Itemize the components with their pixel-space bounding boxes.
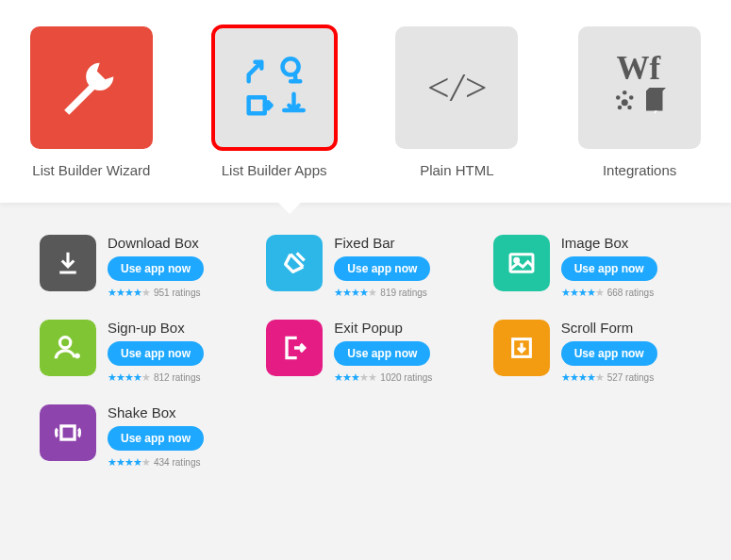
- image-icon: [493, 235, 550, 291]
- tab-label: List Builder Wizard: [32, 162, 150, 178]
- stars-icon: ★★★★★: [108, 287, 150, 299]
- exit-icon: [266, 320, 323, 376]
- tab-label: Plain HTML: [420, 162, 493, 178]
- stars-icon: ★★★★★: [561, 287, 604, 299]
- rating: ★★★★★ 951 ratings: [108, 287, 204, 299]
- svg-text:W: W: [617, 50, 650, 87]
- svg-point-9: [627, 106, 632, 110]
- app-name: Image Box: [561, 235, 657, 251]
- app-name: Scroll Form: [561, 320, 657, 336]
- rating: ★★★★★ 527 ratings: [561, 371, 657, 384]
- rating: ★★★★★ 668 ratings: [561, 287, 657, 299]
- app-shake-box: Shake Box Use app now ★★★★★ 434 ratings: [40, 404, 240, 469]
- tab-label: List Builder Apps: [222, 162, 327, 178]
- rating: ★★★★★ 819 ratings: [334, 287, 430, 299]
- use-app-button[interactable]: Use app now: [561, 341, 657, 366]
- app-name: Exit Popup: [334, 320, 432, 336]
- use-app-button[interactable]: Use app now: [561, 256, 657, 281]
- app-name: Download Box: [108, 235, 204, 251]
- svg-point-7: [629, 95, 634, 100]
- svg-point-0: [282, 58, 298, 74]
- integrations-icon: W f: [578, 26, 701, 149]
- stars-icon: ★★★★★: [561, 371, 604, 384]
- rating: ★★★★★ 1020 ratings: [334, 371, 432, 384]
- use-app-button[interactable]: Use app now: [108, 426, 204, 451]
- app-exit-popup: Exit Popup Use app now ★★★★★ 1020 rating…: [266, 320, 464, 384]
- use-app-button[interactable]: Use app now: [334, 341, 430, 366]
- pin-icon: [266, 235, 323, 291]
- svg-rect-1: [248, 97, 264, 113]
- stars-icon: ★★★★★: [108, 456, 150, 469]
- stars-icon: ★★★★★: [108, 371, 150, 384]
- app-scroll-form: Scroll Form Use app now ★★★★★ 527 rating…: [493, 320, 691, 384]
- shake-icon: [40, 404, 96, 461]
- use-app-button[interactable]: Use app now: [108, 256, 204, 281]
- app-signup-box: Sign-up Box Use app now ★★★★★ 812 rating…: [40, 320, 238, 384]
- use-app-button[interactable]: Use app now: [108, 341, 204, 366]
- html-icon: </>: [395, 26, 518, 149]
- stars-icon: ★★★★★: [334, 287, 376, 299]
- use-app-button[interactable]: Use app now: [334, 256, 430, 281]
- svg-point-5: [623, 91, 627, 95]
- tab-list-builder-wizard[interactable]: List Builder Wizard: [16, 26, 167, 178]
- rating: ★★★★★ 812 ratings: [108, 371, 204, 384]
- selected-tab-pointer: [278, 203, 301, 214]
- app-name: Sign-up Box: [108, 320, 204, 336]
- svg-point-6: [616, 95, 621, 100]
- apps-grid: Download Box Use app now ★★★★★ 951 ratin…: [0, 203, 731, 499]
- app-image-box: Image Box Use app now ★★★★★ 668 ratings: [493, 235, 691, 299]
- svg-text:f: f: [650, 50, 661, 87]
- rating: ★★★★★ 434 ratings: [108, 456, 204, 469]
- svg-rect-14: [61, 426, 75, 439]
- stars-icon: ★★★★★: [334, 371, 376, 384]
- wizard-icon: [30, 26, 153, 149]
- tab-list-builder-apps[interactable]: List Builder Apps: [199, 26, 350, 178]
- svg-point-12: [60, 338, 71, 348]
- app-fixed-bar: Fixed Bar Use app now ★★★★★ 819 ratings: [266, 235, 464, 299]
- tabs-container: List Builder Wizard List Builder Apps </…: [0, 0, 731, 203]
- app-name: Fixed Bar: [334, 235, 430, 251]
- scroll-down-icon: [493, 320, 550, 376]
- tab-integrations[interactable]: W f Integrations: [564, 26, 715, 178]
- app-name: Shake Box: [108, 404, 204, 420]
- download-icon: [40, 235, 96, 291]
- tab-plain-html[interactable]: </> Plain HTML: [381, 26, 532, 178]
- tab-label: Integrations: [603, 162, 676, 178]
- svg-point-8: [618, 106, 623, 110]
- svg-point-4: [622, 99, 628, 106]
- app-download-box: Download Box Use app now ★★★★★ 951 ratin…: [40, 235, 238, 299]
- user-add-icon: [40, 320, 96, 376]
- apps-icon: [213, 26, 336, 149]
